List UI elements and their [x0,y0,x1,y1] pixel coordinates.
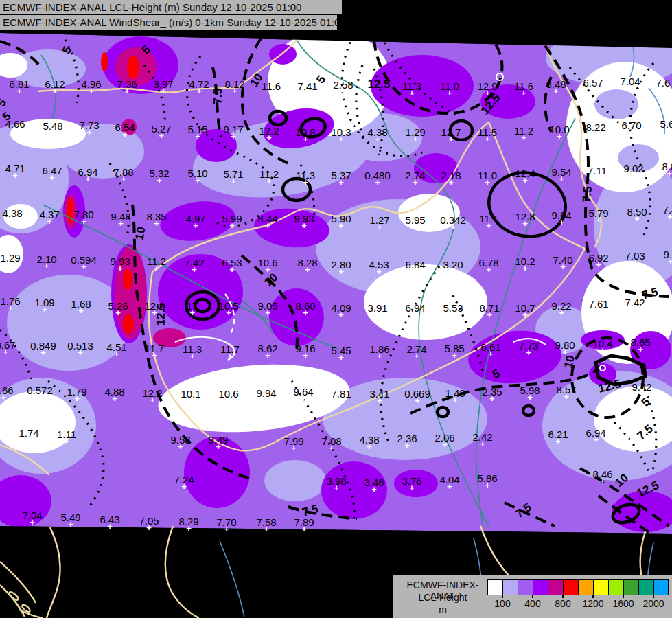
station-cross-icon: + [452,397,458,404]
contour-label: 7.5 [580,185,595,203]
station-cross-icon: + [489,396,495,402]
station-cross-icon: + [305,266,310,273]
station-cross-icon: + [303,352,308,359]
station-cross-icon: + [521,90,526,97]
station-cross-icon: + [590,87,596,93]
station-cross-icon: + [555,438,561,445]
legend-subtitle: LCL-Height [398,592,487,603]
station-cross-icon: + [559,310,564,317]
legend-tick-label: 400 [524,598,540,609]
station-cross-icon: + [593,131,599,138]
station-cross-icon: + [124,88,130,95]
station-cross-icon: + [118,220,124,227]
station-cross-icon: + [663,87,669,93]
station-cross-icon: + [447,90,452,97]
legend-swatch [653,579,669,595]
station-cross-icon: + [181,483,187,490]
station-cross-icon: + [522,220,528,227]
station-cross-icon: + [3,349,8,356]
station-cross-icon: + [448,179,454,186]
station-cross-icon: + [485,136,490,143]
station-cross-icon: + [229,266,235,273]
station-cross-icon: + [50,130,56,137]
legend: ECMWF-INDEX-ANAL LCL-Height m 1004008001… [393,575,672,618]
station-cross-icon: + [303,179,308,186]
station-cross-icon: + [68,521,73,528]
station-cross-icon: + [338,136,344,143]
station-cross-icon: + [224,526,229,533]
station-cross-icon: + [226,310,231,317]
station-cross-icon: + [78,308,84,314]
station-cross-icon: + [448,136,454,143]
station-cross-icon: + [375,179,380,186]
station-cross-icon: + [229,222,235,229]
station-cross-icon: + [8,305,13,312]
station-cross-icon: + [114,351,119,358]
station-cross-icon: + [265,352,270,359]
contour-label: 10 [133,226,149,241]
contour-label: 12.5 [367,78,390,91]
station-cross-icon: + [196,88,202,95]
station-cross-icon: + [488,351,494,358]
station-cross-icon: + [338,179,344,186]
station-cross-icon: + [157,177,162,184]
station-cross-icon: + [486,266,491,273]
legend-swatch [578,579,593,595]
contour-label: 7.5 [211,88,225,104]
station-cross-icon: + [117,265,123,272]
legend-swatch [638,579,653,595]
station-cross-icon: + [627,85,633,92]
station-cross-icon: + [232,88,237,95]
station-cross-icon: + [303,310,308,317]
legend-tick-label: 100 [494,598,510,609]
legend-tick-label: 800 [555,598,570,609]
station-cross-icon: + [375,136,380,143]
station-cross-icon: + [486,222,491,229]
station-cross-icon: + [596,262,601,268]
station-cross-icon: + [231,133,236,140]
legend-swatch [593,579,608,595]
station-cross-icon: + [329,445,334,452]
contour-label: 10 [561,354,577,370]
station-cross-icon: + [634,216,640,222]
station-cross-icon: + [376,268,382,275]
station-cross-icon: + [216,444,221,450]
station-cross-icon: + [42,306,47,313]
station-cross-icon: + [485,482,490,489]
legend-swatch [518,579,533,595]
station-cross-icon: + [450,312,456,319]
station-cross-icon: + [526,350,531,356]
station-cross-icon: + [189,310,195,317]
station-cross-icon: + [413,136,418,143]
legend-swatch [563,579,578,595]
station-cross-icon: + [485,179,490,186]
station-cross-icon: + [146,525,152,531]
station-cross-icon: + [12,172,18,179]
station-cross-icon: + [47,218,52,225]
station-cross-icon: + [409,485,415,492]
station-cross-icon: + [375,312,380,319]
station-cross-icon: + [37,394,43,401]
legend-swatch [608,579,623,595]
station-cross-icon: + [377,353,382,360]
station-cross-icon: + [594,174,600,181]
station-cross-icon: + [450,268,456,275]
legend-swatches [487,579,669,595]
station-cross-icon: + [266,178,272,185]
station-cross-icon: + [413,224,418,231]
station-cross-icon: + [371,486,377,493]
station-cross-icon: + [553,88,559,95]
contour-label: 12.5 [154,303,168,326]
station-cross-icon: + [557,133,562,140]
station-cross-icon: + [189,353,195,360]
station-cross-icon: + [631,172,636,179]
station-cross-icon: + [522,177,528,184]
station-cross-icon: + [85,176,91,183]
station-cross-icon: + [600,478,605,485]
station-cross-icon: + [266,135,272,141]
station-cross-icon: + [107,523,113,530]
station-cross-icon: + [632,260,638,266]
station-cross-icon: + [154,220,159,227]
station-cross-icon: + [593,437,599,444]
station-cross-icon: + [377,224,382,231]
